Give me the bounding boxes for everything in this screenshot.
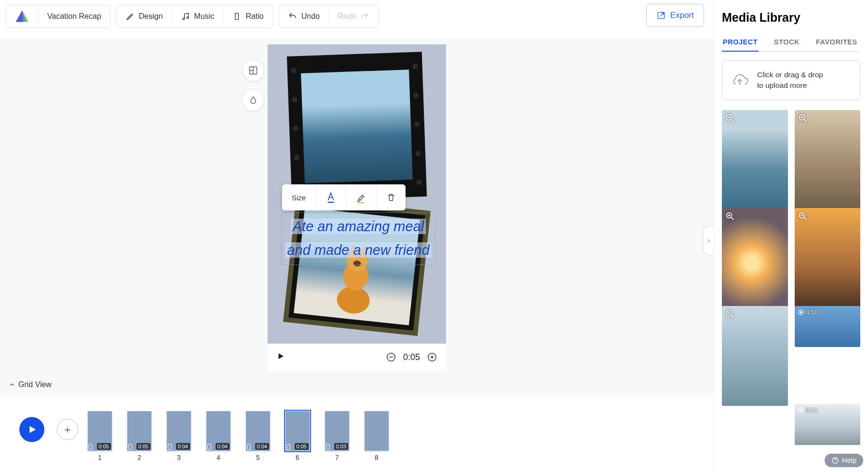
timeline-slide[interactable]: 0:037 bbox=[325, 411, 349, 461]
timeline: ＋ 0:0510:0520:0430:0440:0450:0560:0378 bbox=[0, 400, 714, 472]
redo-icon bbox=[360, 12, 369, 21]
timeline-slide[interactable]: 8 bbox=[365, 411, 389, 461]
tab-stock[interactable]: STOCK bbox=[773, 33, 800, 51]
slide-number: 6 bbox=[296, 454, 299, 461]
svg-point-3 bbox=[183, 18, 185, 20]
music-label: Music bbox=[194, 12, 215, 21]
library-item[interactable] bbox=[795, 208, 861, 308]
preview-canvas[interactable]: Size Ate an amazing meal and made a new … bbox=[268, 44, 446, 344]
slide-thumbnail bbox=[365, 411, 389, 451]
animoto-logo-icon bbox=[15, 9, 29, 24]
help-icon bbox=[831, 457, 839, 464]
slide-number: 4 bbox=[217, 454, 220, 461]
music-icon bbox=[181, 12, 190, 21]
caption-line-1: Ate an amazing meal bbox=[291, 219, 426, 234]
add-slide-button[interactable]: ＋ bbox=[57, 419, 78, 440]
caption-text[interactable]: Ate an amazing meal and made a new frien… bbox=[285, 215, 432, 263]
film-photo-top[interactable] bbox=[287, 52, 427, 201]
preview-play-button[interactable] bbox=[276, 352, 285, 362]
export-button[interactable]: Export bbox=[646, 4, 704, 27]
video-duration: 0:11 bbox=[806, 407, 818, 414]
library-item[interactable] bbox=[722, 306, 788, 406]
duration-decrease-button[interactable] bbox=[386, 352, 396, 362]
timeline-slide[interactable]: 0:043 bbox=[167, 411, 191, 461]
slide-duration: 0:04 bbox=[255, 443, 269, 450]
slide-thumbnail: 0:03 bbox=[325, 411, 349, 451]
portrait-icon bbox=[168, 444, 172, 450]
ratio-button[interactable]: Ratio bbox=[223, 5, 272, 28]
timeline-slide[interactable]: 0:045 bbox=[246, 411, 270, 461]
timeline-slide[interactable]: 0:056 bbox=[285, 411, 310, 461]
text-size-label: Size bbox=[292, 194, 306, 202]
chevron-right-icon bbox=[706, 238, 712, 244]
library-title: Media Library bbox=[722, 11, 860, 25]
timeline-play-button[interactable] bbox=[19, 417, 44, 442]
text-delete-button[interactable] bbox=[377, 184, 406, 210]
music-button[interactable]: Music bbox=[172, 5, 223, 28]
magnify-icon bbox=[725, 113, 735, 124]
library-item-video[interactable]: 0:11 bbox=[795, 404, 861, 445]
ratio-icon bbox=[232, 12, 242, 21]
pencil-icon bbox=[125, 12, 135, 21]
timeline-slide[interactable]: 0:051 bbox=[88, 411, 112, 461]
play-icon bbox=[276, 352, 285, 361]
slide-duration: 0:04 bbox=[216, 443, 230, 450]
slide-thumbnail: 0:05 bbox=[127, 411, 151, 451]
duration-increase-button[interactable] bbox=[427, 352, 437, 362]
layout-button[interactable] bbox=[243, 60, 264, 81]
history-group: Undo Redo bbox=[279, 5, 379, 28]
slide-duration: 0:05 bbox=[136, 443, 150, 450]
slide-thumbnail: 0:05 bbox=[285, 411, 310, 451]
text-highlight-button[interactable] bbox=[346, 184, 377, 210]
collapse-library-handle[interactable] bbox=[703, 226, 714, 255]
project-name-label: Vacation Recap bbox=[47, 12, 101, 21]
canvas-area: Size Ate an amazing meal and made a new … bbox=[0, 39, 714, 395]
svg-marker-24 bbox=[800, 311, 802, 313]
library-tabs: PROJECT STOCK FAVORITES bbox=[722, 33, 860, 52]
design-group: Design Music Ratio bbox=[116, 5, 273, 28]
upload-dropzone[interactable]: Click or drag & drop to upload more bbox=[722, 60, 860, 100]
app-logo[interactable] bbox=[6, 5, 38, 28]
library-item[interactable] bbox=[795, 110, 861, 210]
project-name[interactable]: Vacation Recap bbox=[39, 5, 110, 28]
color-button[interactable] bbox=[243, 90, 264, 111]
slide-duration: 0:04 bbox=[176, 443, 190, 450]
video-duration: 0:18 bbox=[806, 309, 818, 316]
timeline-slide[interactable]: 0:044 bbox=[206, 411, 231, 461]
redo-button: Redo bbox=[329, 5, 378, 28]
grid-view-toggle[interactable]: Grid View bbox=[9, 380, 52, 389]
tab-project[interactable]: PROJECT bbox=[722, 33, 759, 52]
magnify-icon bbox=[725, 309, 735, 319]
canvas-side-tools bbox=[243, 60, 264, 111]
slide-number: 3 bbox=[177, 454, 181, 461]
library-item[interactable] bbox=[722, 110, 788, 210]
timeline-thumbs: 0:0510:0520:0430:0440:0450:0560:0378 bbox=[88, 411, 389, 461]
text-edit-toolbar: Size bbox=[282, 184, 406, 210]
library-item-video[interactable]: 0:18 bbox=[795, 306, 861, 347]
design-button[interactable]: Design bbox=[117, 5, 172, 28]
timeline-slide[interactable]: 0:052 bbox=[127, 411, 151, 461]
svg-marker-26 bbox=[800, 409, 802, 411]
help-button[interactable]: Help bbox=[825, 454, 863, 467]
slide-thumbnail: 0:04 bbox=[167, 411, 191, 451]
text-block-selected[interactable]: Ate an amazing meal and made a new frien… bbox=[281, 212, 435, 265]
slide-thumbnail: 0:05 bbox=[88, 411, 112, 451]
undo-button[interactable]: Undo bbox=[279, 5, 328, 28]
chevron-up-icon bbox=[9, 381, 15, 388]
text-size-button[interactable]: Size bbox=[282, 184, 316, 210]
svg-marker-17 bbox=[29, 426, 36, 433]
undo-label: Undo bbox=[301, 12, 320, 21]
svg-rect-5 bbox=[235, 13, 239, 19]
highlight-icon bbox=[356, 191, 366, 204]
slide-number: 7 bbox=[335, 454, 339, 461]
magnify-icon bbox=[798, 211, 808, 222]
portrait-icon bbox=[286, 444, 290, 450]
help-label: Help bbox=[842, 457, 856, 464]
slide-thumbnail: 0:04 bbox=[206, 411, 231, 451]
tab-favorites[interactable]: FAVORITES bbox=[815, 33, 858, 51]
library-item[interactable] bbox=[722, 208, 788, 308]
text-font-button[interactable] bbox=[316, 184, 346, 210]
undo-icon bbox=[288, 12, 298, 21]
caption-line-2: and made a new friend bbox=[285, 242, 431, 258]
svg-marker-2 bbox=[16, 11, 23, 22]
